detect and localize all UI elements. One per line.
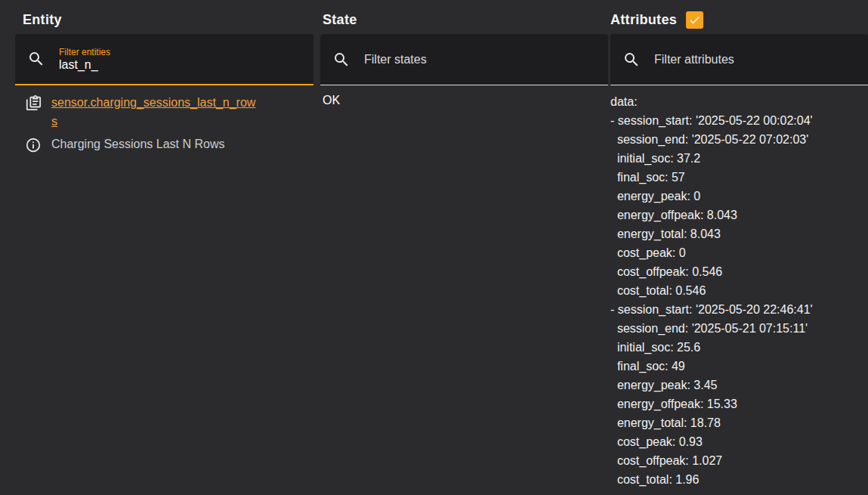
attributes-cell: data: - session_start: '2025-05-22 00:02… bbox=[610, 85, 868, 489]
entity-cell: sensor.charging_sessions_last_n_rows Cha… bbox=[0, 85, 320, 153]
state-cell: OK bbox=[320, 85, 610, 107]
entity-filter-input[interactable] bbox=[59, 58, 314, 72]
filter-row: Filter entities bbox=[0, 34, 868, 85]
state-filter-input[interactable] bbox=[364, 53, 608, 67]
attributes-filter-field[interactable] bbox=[610, 34, 868, 85]
entity-table-row: sensor.charging_sessions_last_n_rows Cha… bbox=[0, 85, 868, 489]
attributes-column-header: Attributes bbox=[610, 12, 677, 28]
entity-filter-field[interactable]: Filter entities bbox=[15, 34, 314, 85]
entity-info-icon[interactable] bbox=[25, 137, 42, 153]
search-icon bbox=[622, 51, 641, 69]
state-column-header: State bbox=[320, 6, 610, 28]
copy-entity-id-icon[interactable] bbox=[25, 94, 42, 111]
developer-tools-states-page: Entity State Attributes bbox=[0, 0, 868, 495]
entity-column-header: Entity bbox=[0, 6, 320, 28]
state-filter-field[interactable] bbox=[320, 34, 608, 85]
attributes-visible-checkbox[interactable] bbox=[686, 11, 703, 29]
search-icon bbox=[27, 50, 45, 68]
checkmark-icon bbox=[688, 14, 701, 26]
attributes-yaml: data: - session_start: '2025-05-22 00:02… bbox=[610, 92, 868, 489]
entity-id-link[interactable]: sensor.charging_sessions_last_n_rows bbox=[51, 93, 257, 131]
attributes-filter-input[interactable] bbox=[654, 53, 868, 67]
search-icon bbox=[332, 51, 351, 69]
entity-friendly-name: Charging Sessions Last N Rows bbox=[51, 135, 224, 153]
table-header-row: Entity State Attributes bbox=[0, 0, 868, 34]
entity-filter-label: Filter entities bbox=[59, 47, 314, 58]
